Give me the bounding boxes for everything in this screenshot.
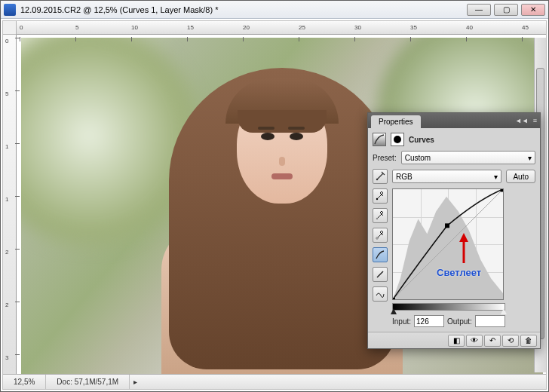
curve-draw-tool-icon[interactable] — [373, 267, 388, 282]
minimize-button[interactable]: — — [467, 4, 491, 16]
svg-rect-5 — [393, 298, 395, 299]
close-button[interactable]: ✕ — [521, 4, 545, 16]
output-value[interactable] — [475, 315, 505, 327]
chevron-down-icon: ▾ — [494, 173, 498, 181]
ruler-h-tick: 0 — [20, 24, 23, 31]
input-value[interactable] — [414, 315, 444, 327]
delete-adjustment-icon[interactable]: 🗑 — [520, 335, 537, 347]
ruler-v-tick: 3 — [5, 354, 8, 361]
panel-footer: ◧ 👁 ↶ ⟲ 🗑 — [368, 332, 540, 348]
doc-size: Doc: 57,1M/57,1M — [46, 375, 130, 389]
annotation-text: Светлеет — [437, 267, 481, 278]
reset-icon[interactable]: ⟲ — [502, 335, 519, 347]
annotation-arrow-icon — [458, 233, 470, 263]
ruler-h-tick: 35 — [410, 24, 417, 31]
input-label: Input: — [392, 317, 411, 326]
svg-rect-7 — [501, 189, 503, 191]
clip-to-layer-icon[interactable]: ◧ — [448, 335, 465, 347]
ruler-h-tick: 15 — [187, 24, 194, 31]
adjustment-header: Curves — [373, 133, 535, 151]
preset-select[interactable]: Custom▾ — [401, 151, 535, 164]
svg-point-3 — [376, 237, 378, 239]
eyedropper-white-icon[interactable] — [373, 228, 388, 243]
ruler-h-tick: 10 — [131, 24, 138, 31]
panel-tabrow: Properties ◄◄ ≡ — [368, 113, 540, 128]
ruler-vertical[interactable]: 0 5 1 1 2 2 3 — [3, 35, 17, 374]
ruler-v-tick: 0 — [5, 38, 8, 44]
target-adjust-tool[interactable] — [373, 169, 388, 184]
preset-label: Preset: — [373, 154, 397, 162]
white-point-slider[interactable] — [501, 308, 507, 314]
ruler-horizontal[interactable]: 0 5 10 15 20 25 30 35 40 45 — [17, 21, 546, 35]
zoom-field[interactable]: 12,5% — [3, 375, 46, 389]
maximize-button[interactable]: ▢ — [494, 4, 518, 16]
svg-point-1 — [376, 198, 378, 200]
ruler-h-tick: 40 — [466, 24, 473, 31]
panel-menu-icon[interactable]: ≡ — [533, 117, 537, 124]
ruler-v-tick: 1 — [5, 196, 8, 203]
window-buttons: — ▢ ✕ — [467, 4, 545, 16]
channel-value: RGB — [396, 173, 413, 181]
collapse-panel-icon[interactable]: ◄◄ — [515, 117, 529, 124]
io-row: Input: Output: — [392, 315, 505, 327]
svg-point-0 — [376, 179, 378, 180]
ruler-v-tick: 1 — [5, 143, 8, 150]
svg-point-2 — [376, 218, 378, 219]
auto-button[interactable]: Auto — [506, 170, 535, 183]
panel-body: Curves Preset: Custom▾ RGB▾ Auto — [368, 128, 540, 332]
curves-toolbar — [373, 188, 388, 327]
toggle-visibility-icon[interactable]: 👁 — [466, 335, 483, 347]
svg-marker-9 — [459, 233, 468, 242]
input-gradient[interactable] — [392, 303, 505, 311]
ruler-v-tick: 2 — [5, 249, 8, 256]
adjustment-name: Curves — [409, 136, 434, 144]
ruler-h-tick: 45 — [522, 24, 529, 31]
curve-smooth-icon[interactable] — [373, 286, 388, 302]
status-menu-arrow[interactable]: ▸ — [130, 375, 140, 389]
previous-state-icon[interactable]: ↶ — [484, 335, 501, 347]
ruler-h-tick: 25 — [299, 24, 305, 31]
eyedropper-gray-icon[interactable] — [373, 208, 388, 223]
curves-adjustment-icon[interactable] — [373, 133, 386, 146]
eyedropper-black-icon[interactable] — [373, 188, 388, 204]
titlebar: 12.09.2015.CR2 @ 12,5% (Curves 1, Layer … — [1, 1, 548, 19]
black-point-slider[interactable] — [391, 308, 397, 314]
curve-lines — [393, 189, 503, 299]
app-window: 12.09.2015.CR2 @ 12,5% (Curves 1, Layer … — [0, 0, 549, 392]
document-title: 12.09.2015.CR2 @ 12,5% (Curves 1, Layer … — [20, 5, 467, 14]
curves-graph[interactable]: Светлеет — [392, 188, 504, 300]
svg-line-4 — [393, 189, 503, 299]
ruler-h-tick: 5 — [75, 24, 78, 31]
curve-point-tool-icon[interactable] — [373, 247, 388, 262]
ruler-h-tick: 20 — [243, 24, 250, 31]
svg-rect-6 — [445, 223, 449, 228]
layer-mask-icon[interactable] — [391, 133, 404, 146]
channel-select[interactable]: RGB▾ — [392, 170, 501, 183]
tab-properties[interactable]: Properties — [371, 115, 421, 128]
properties-panel: Properties ◄◄ ≡ Curves Preset: Custom▾ — [367, 112, 541, 349]
chevron-down-icon: ▾ — [528, 154, 532, 162]
ruler-v-tick: 5 — [5, 90, 8, 97]
ruler-origin — [3, 21, 17, 35]
output-label: Output: — [447, 317, 472, 326]
ruler-v-tick: 2 — [5, 302, 8, 308]
statusbar: 12,5% Doc: 57,1M/57,1M ▸ — [3, 374, 546, 389]
app-icon — [4, 4, 16, 16]
preset-value: Custom — [405, 154, 431, 162]
ruler-h-tick: 30 — [354, 24, 361, 31]
